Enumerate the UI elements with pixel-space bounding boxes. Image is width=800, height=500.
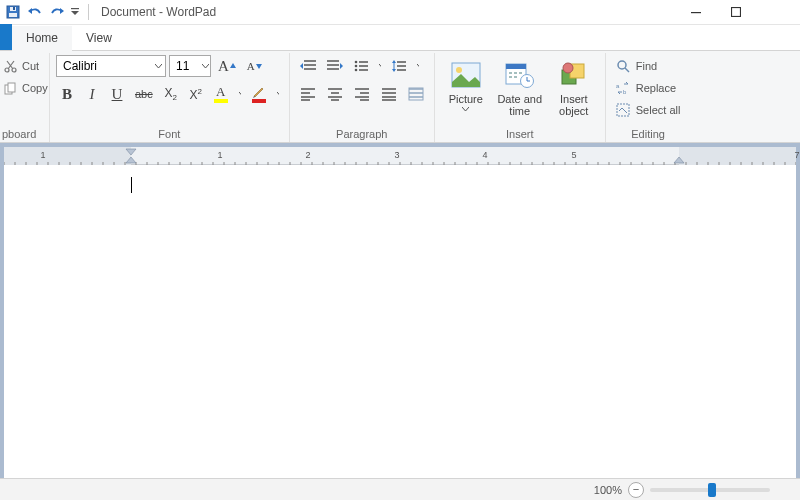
group-insert: Picture Date andtime Insertobject Insert — [435, 53, 606, 142]
line-spacing-button[interactable] — [388, 55, 410, 77]
decrease-indent-button[interactable] — [296, 55, 320, 77]
increase-indent-button[interactable] — [323, 55, 347, 77]
undo-icon[interactable] — [26, 3, 44, 21]
separator — [88, 4, 89, 20]
strikethrough-button[interactable]: abc — [131, 83, 157, 105]
italic-button[interactable]: I — [81, 83, 103, 105]
document-area: 1123457 — [0, 143, 800, 478]
font-color-button[interactable] — [248, 83, 270, 105]
titlebar: Document - WordPad — [0, 0, 800, 25]
group-label-editing: Editing — [612, 126, 685, 142]
svg-rect-1 — [9, 13, 17, 17]
replace-icon: ab — [616, 81, 630, 95]
ruler-number: 5 — [571, 150, 576, 160]
file-tab[interactable] — [0, 24, 12, 50]
svg-rect-4 — [71, 8, 79, 9]
zoom-out-button[interactable]: − — [628, 482, 644, 498]
group-editing: Find ab Replace Select all Editing — [606, 53, 691, 142]
replace-button[interactable]: ab Replace — [612, 78, 685, 98]
shrink-font-button[interactable]: A — [243, 55, 266, 77]
svg-rect-5 — [691, 12, 701, 13]
find-icon — [616, 59, 630, 73]
insert-object-button[interactable]: Insertobject — [549, 55, 599, 121]
tab-view[interactable]: View — [72, 26, 126, 50]
picture-button[interactable]: Picture — [441, 55, 491, 121]
zoom-slider-thumb[interactable] — [708, 483, 716, 497]
select-all-label: Select all — [636, 104, 681, 116]
svg-rect-6 — [732, 8, 741, 17]
svg-text:b: b — [623, 89, 627, 95]
picture-icon — [451, 62, 481, 88]
superscript-button[interactable]: X2 — [185, 83, 207, 105]
text-cursor — [131, 177, 132, 193]
select-all-icon — [616, 103, 630, 117]
window-controls — [676, 0, 796, 25]
align-left-button[interactable] — [296, 83, 320, 105]
svg-rect-14 — [409, 88, 423, 100]
horizontal-ruler[interactable]: 1123457 — [4, 147, 796, 165]
line-spacing-dropdown[interactable] — [413, 55, 423, 77]
object-icon — [560, 62, 588, 88]
bullets-dropdown[interactable] — [375, 55, 385, 77]
group-font: A A B I U abc X2 X2 A — [50, 53, 290, 142]
justify-button[interactable] — [377, 83, 401, 105]
maximize-button[interactable] — [716, 0, 756, 25]
chevron-down-icon — [202, 63, 209, 70]
group-label-paragraph: Paragraph — [296, 126, 428, 142]
ruler-number: 1 — [40, 150, 45, 160]
datetime-button[interactable]: Date andtime — [495, 55, 545, 121]
font-size-input[interactable] — [176, 57, 196, 75]
find-button[interactable]: Find — [612, 56, 685, 76]
object-label: Insertobject — [559, 93, 588, 117]
subscript-button[interactable]: X2 — [160, 83, 182, 105]
align-right-button[interactable] — [350, 83, 374, 105]
select-all-button[interactable]: Select all — [612, 100, 685, 120]
tab-home[interactable]: Home — [12, 26, 72, 50]
scissors-icon — [4, 60, 17, 73]
svg-point-12 — [354, 65, 357, 68]
paragraph-dialog-button[interactable] — [404, 83, 428, 105]
ruler-number: 4 — [482, 150, 487, 160]
font-family-input[interactable] — [63, 57, 149, 75]
save-icon[interactable] — [4, 3, 22, 21]
ruler-number: 1 — [217, 150, 222, 160]
font-color-dropdown[interactable] — [273, 83, 283, 105]
chevron-down-icon — [155, 63, 162, 70]
page-canvas[interactable] — [4, 165, 796, 478]
minimize-button[interactable] — [676, 0, 716, 25]
svg-rect-27 — [4, 147, 131, 165]
highlight-color-button[interactable]: A — [210, 83, 232, 105]
font-size-select[interactable] — [169, 55, 211, 77]
picture-label: Picture — [449, 93, 483, 105]
qat-customize-icon[interactable] — [70, 3, 80, 21]
svg-rect-18 — [506, 64, 526, 69]
redo-icon[interactable] — [48, 3, 66, 21]
bullets-button[interactable] — [350, 55, 372, 77]
cut-button[interactable]: Cut — [2, 57, 50, 75]
svg-point-11 — [354, 61, 357, 64]
underline-button[interactable]: U — [106, 83, 128, 105]
chevron-down-icon — [462, 107, 469, 112]
zoom-slider[interactable] — [650, 488, 770, 492]
grow-font-button[interactable]: A — [214, 55, 240, 77]
svg-rect-26 — [617, 104, 629, 116]
group-clipboard: Cut Copy pboard — [0, 53, 50, 142]
svg-point-13 — [354, 69, 357, 72]
font-family-select[interactable] — [56, 55, 166, 77]
bold-button[interactable]: B — [56, 83, 78, 105]
cut-label: Cut — [22, 60, 39, 72]
ruler-number: 3 — [394, 150, 399, 160]
copy-button[interactable]: Copy — [2, 79, 50, 97]
ribbon: Cut Copy pboard — [0, 51, 800, 143]
datetime-label: Date andtime — [497, 93, 542, 117]
pencil-icon — [252, 86, 265, 98]
svg-rect-10 — [8, 83, 15, 92]
highlight-color-dropdown[interactable] — [235, 83, 245, 105]
calendar-clock-icon — [505, 61, 535, 89]
copy-label: Copy — [22, 82, 48, 94]
align-center-button[interactable] — [323, 83, 347, 105]
group-label-insert: Insert — [441, 126, 599, 142]
copy-icon — [4, 82, 17, 95]
group-paragraph: Paragraph — [290, 53, 435, 142]
svg-point-22 — [563, 63, 573, 73]
